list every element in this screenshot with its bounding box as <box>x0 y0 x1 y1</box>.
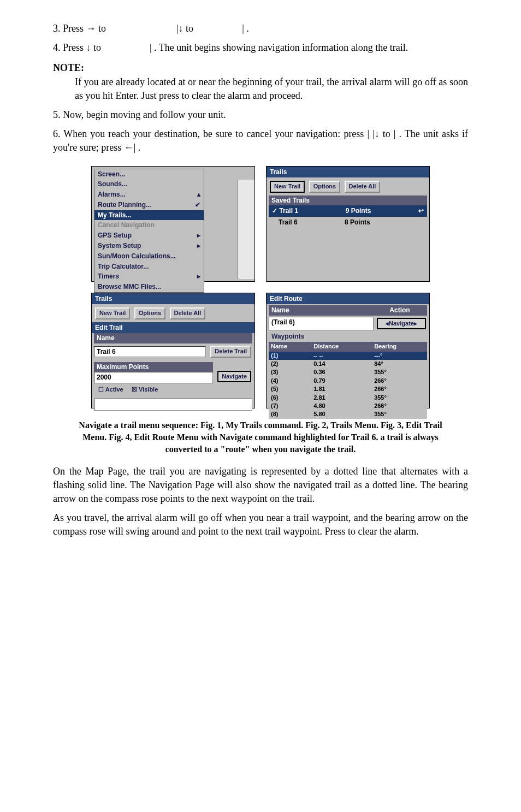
wp-dist: 0.14 <box>311 360 372 368</box>
navigate-button[interactable]: Navigate <box>217 371 251 382</box>
saved-trails-label: Saved Trails <box>269 195 427 206</box>
menu-gps-label: GPS Setup <box>98 232 132 239</box>
col-distance: Distance <box>311 342 372 351</box>
wp-name: (3) <box>269 368 311 376</box>
table-row[interactable]: (1)-- -----° <box>269 352 427 360</box>
route-name-label: Name <box>269 305 372 316</box>
wp-dist: -- -- <box>311 352 372 360</box>
delete-all-button[interactable]: Delete All <box>170 307 206 319</box>
wp-name: (4) <box>269 377 311 385</box>
fig2-title: Trails <box>267 167 429 178</box>
step-3c: | . <box>242 23 249 34</box>
wp-dist: 4.80 <box>311 402 372 410</box>
submenu-arrow-icon: ▸ <box>197 272 200 281</box>
trail-name-field[interactable]: Trail 6 <box>94 346 206 358</box>
new-trail-button[interactable]: New Trail <box>270 181 305 192</box>
step-3: 3. Press → to |↓ to | . <box>53 22 468 35</box>
wp-dist: 0.79 <box>311 377 372 385</box>
step-4a: 4. Press ↓ to <box>53 42 104 53</box>
menu-alarms[interactable]: Alarms...▴ <box>94 189 204 200</box>
menu-sunmoon[interactable]: Sun/Moon Calculations... <box>94 251 204 262</box>
step-4: 4. Press ↓ to | . The unit begins showin… <box>53 41 468 55</box>
paragraph-2: As you travel, the arrival alarm will go… <box>53 511 468 538</box>
menu-route-planning[interactable]: Route Planning...✔ <box>94 200 204 210</box>
table-row[interactable]: (7)4.80266° <box>269 402 427 410</box>
new-trail-button[interactable]: New Trail <box>95 307 130 319</box>
fig1-menu: Screen... Sounds... Alarms...▴ Route Pla… <box>94 169 204 293</box>
menu-cancel-nav: Cancel Navigation <box>94 220 204 230</box>
fig1-map-scrap <box>238 180 254 279</box>
options-button[interactable]: Options <box>134 307 166 319</box>
trail-row-2[interactable]: Trail 6 8 Points <box>269 217 427 228</box>
fig3-panel: Trails New Trail Options Delete All Edit… <box>91 293 255 408</box>
submenu-arrow-icon: ▸ <box>197 241 200 251</box>
delete-trail-button[interactable]: Delete Trail <box>210 346 251 357</box>
table-row[interactable]: (3)0.36355° <box>269 368 427 376</box>
menu-browse-mmc[interactable]: Browse MMC Files... <box>94 282 204 292</box>
wp-brg: 266° <box>372 385 427 393</box>
trail-row-1-check: ✓ Trail 1 <box>272 206 298 216</box>
wp-brg: ---° <box>372 352 427 360</box>
col-bearing: Bearing <box>372 342 427 351</box>
options-button[interactable]: Options <box>309 181 341 192</box>
submenu-arrow-icon: ▸ <box>197 231 200 240</box>
table-row[interactable]: (6)2.81355° <box>269 394 427 402</box>
menu-gps-setup[interactable]: GPS Setup▸ <box>94 230 204 241</box>
paragraph-1: On the Map Page, the trail you are navig… <box>53 465 468 506</box>
step-4b: | . The unit begins showing navigation i… <box>150 42 408 53</box>
note-body: If you are already located at or near th… <box>75 75 468 103</box>
edit-trail-title: Edit Trail <box>92 322 254 334</box>
active-checkbox[interactable]: ☐ Active <box>98 386 123 393</box>
menu-sounds[interactable]: Sounds... <box>94 179 204 189</box>
checkbox-row: ☐ Active ☒ Visible <box>94 383 252 396</box>
wp-brg: 266° <box>372 402 427 410</box>
name-label: Name <box>94 333 252 343</box>
menu-route-label: Route Planning... <box>98 201 151 209</box>
fig3-bottom-field[interactable] <box>94 399 252 411</box>
wp-dist: 5.80 <box>311 410 372 418</box>
table-row[interactable]: (5)1.81266° <box>269 385 427 393</box>
menu-alarms-label: Alarms... <box>98 191 126 198</box>
fig4-panel: Edit Route Name Action (Trail 6) ◂Naviga… <box>266 293 430 408</box>
active-label: Active <box>105 386 123 393</box>
wp-name: (2) <box>269 360 311 368</box>
waypoints-table: Name Distance Bearing (1)-- -----° (2)0.… <box>269 342 427 419</box>
table-row[interactable]: (4)0.79266° <box>269 377 427 385</box>
wp-dist: 1.81 <box>311 385 372 393</box>
wp-brg: 84° <box>372 360 427 368</box>
trail-row-2-name: Trail 6 <box>272 218 298 227</box>
trail-row-1-name: Trail 1 <box>279 207 298 215</box>
visible-label: Visible <box>139 386 158 393</box>
menu-system-setup[interactable]: System Setup▸ <box>94 241 204 251</box>
menu-timers-label: Timers <box>98 272 119 280</box>
fig4-title: Edit Route <box>267 293 429 305</box>
submenu-arrow-icon: ▴ <box>197 190 200 199</box>
step-6: 6. When you reach your destination, be s… <box>53 127 468 155</box>
wp-brg: 355° <box>372 410 427 418</box>
menu-timers[interactable]: Timers▸ <box>94 271 204 282</box>
route-name-field[interactable]: (Trail 6) <box>269 317 374 330</box>
menu-trip-calc[interactable]: Trip Calculator... <box>94 262 204 272</box>
table-row[interactable]: (2)0.1484° <box>269 360 427 368</box>
wp-brg: 266° <box>372 377 427 385</box>
table-row[interactable]: (8)5.80355° <box>269 410 427 418</box>
wp-brg: 355° <box>372 394 427 402</box>
visible-checkbox[interactable]: ☒ Visible <box>132 386 158 393</box>
menu-my-trails[interactable]: My Trails... <box>94 210 204 221</box>
step-3b: |↓ to <box>176 23 196 34</box>
step-3a: 3. Press → to <box>53 23 109 34</box>
max-points-field[interactable]: 2000 <box>94 372 213 383</box>
trail-row-2-pts: 8 Points <box>345 218 370 227</box>
wp-name: (7) <box>269 402 311 410</box>
delete-all-button[interactable]: Delete All <box>345 181 381 192</box>
note-heading: NOTE: <box>53 61 468 75</box>
trail-row-1[interactable]: ✓ Trail 1 9 Points ↩ <box>269 205 427 217</box>
fig3-title: Trails <box>92 293 254 305</box>
menu-screen[interactable]: Screen... <box>94 169 204 180</box>
figure-caption: Navigate a trail menu sequence: Fig. 1, … <box>69 419 452 456</box>
wp-dist: 0.36 <box>311 368 372 376</box>
navigate-button[interactable]: ◂Navigate▸ <box>377 318 426 329</box>
fig2-panel: Trails New Trail Options Delete All Save… <box>266 166 430 282</box>
wp-brg: 355° <box>372 368 427 376</box>
return-icon: ↩ <box>418 206 424 216</box>
